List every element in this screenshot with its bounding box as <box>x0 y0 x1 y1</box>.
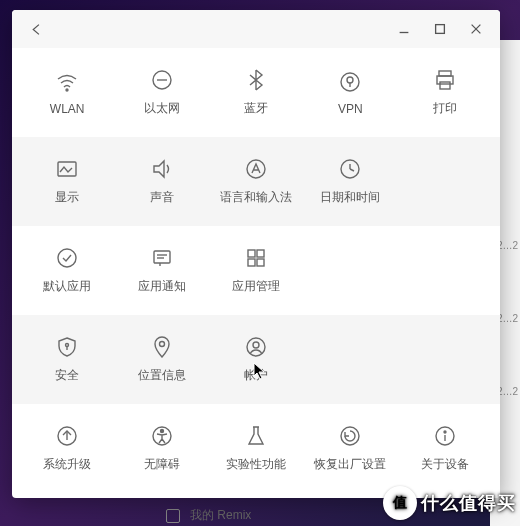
tile-label: 安全 <box>55 367 79 384</box>
tile-label: 声音 <box>150 189 174 206</box>
sound-icon <box>150 157 174 181</box>
svg-rect-26 <box>257 259 264 266</box>
tile-label: 恢复出厂设置 <box>314 456 386 473</box>
tile-label: 系统升级 <box>43 456 91 473</box>
account-icon <box>244 335 268 359</box>
tile-language-input[interactable]: 语言和输入法 <box>209 151 303 212</box>
tile-label: 应用通知 <box>138 278 186 295</box>
tile-vpn[interactable]: VPN <box>303 62 397 123</box>
svg-point-31 <box>253 342 259 348</box>
watermark-text: 什么值得买 <box>421 491 516 515</box>
section-network: WLAN 以太网 蓝牙 VPN 打印 <box>12 48 500 137</box>
notification-icon <box>150 246 174 270</box>
maximize-button[interactable] <box>426 15 454 43</box>
minimize-button[interactable] <box>390 15 418 43</box>
tile-app-management[interactable]: 应用管理 <box>209 240 303 301</box>
tile-default-apps[interactable]: 默认应用 <box>20 240 114 301</box>
display-icon <box>55 157 79 181</box>
tile-label: VPN <box>338 102 363 116</box>
tile-label: 以太网 <box>144 100 180 117</box>
svg-point-4 <box>66 89 68 91</box>
svg-rect-23 <box>248 250 255 257</box>
shield-icon <box>55 335 79 359</box>
svg-point-36 <box>341 427 359 445</box>
tile-label: 帐户 <box>244 367 268 384</box>
tile-display[interactable]: 显示 <box>20 151 114 212</box>
tile-account[interactable]: 帐户 <box>209 329 303 390</box>
bluetooth-icon <box>244 68 268 92</box>
svg-rect-1 <box>436 25 445 34</box>
svg-line-17 <box>350 169 354 171</box>
upgrade-icon <box>55 424 79 448</box>
accessibility-icon <box>150 424 174 448</box>
tile-label: 实验性功能 <box>226 456 286 473</box>
factory-reset-icon <box>338 424 362 448</box>
language-input-icon <box>244 157 268 181</box>
section-security: 安全 位置信息 帐户 <box>12 315 500 404</box>
tile-label: 关于设备 <box>421 456 469 473</box>
svg-rect-10 <box>439 71 451 76</box>
about-icon <box>433 424 457 448</box>
vpn-icon <box>338 70 362 94</box>
svg-point-38 <box>444 431 446 433</box>
location-icon <box>150 335 174 359</box>
svg-rect-12 <box>440 82 450 89</box>
svg-point-35 <box>160 430 163 433</box>
tile-bluetooth[interactable]: 蓝牙 <box>209 62 303 123</box>
tile-label: 语言和输入法 <box>220 189 292 206</box>
svg-point-7 <box>341 73 359 91</box>
tile-ethernet[interactable]: 以太网 <box>114 62 208 123</box>
tile-about[interactable]: 关于设备 <box>398 418 492 479</box>
tile-label: 应用管理 <box>232 278 280 295</box>
tile-experimental[interactable]: 实验性功能 <box>209 418 303 479</box>
tile-label: 默认应用 <box>43 278 91 295</box>
bottom-peek: 我的 Remix <box>166 507 251 524</box>
back-button[interactable] <box>22 15 50 43</box>
bg-item: 2…2 <box>497 240 518 251</box>
tile-print[interactable]: 打印 <box>398 62 492 123</box>
section-system: 系统升级 无障碍 实验性功能 恢复出厂设置 关于设备 <box>12 404 500 493</box>
titlebar <box>12 10 500 48</box>
tile-label: 位置信息 <box>138 367 186 384</box>
svg-point-8 <box>347 77 353 83</box>
tile-date-time[interactable]: 日期和时间 <box>303 151 397 212</box>
bottom-peek-label: 我的 Remix <box>190 507 251 524</box>
clock-icon <box>338 157 362 181</box>
tile-security[interactable]: 安全 <box>20 329 114 390</box>
tile-label: 显示 <box>55 189 79 206</box>
tile-label: 打印 <box>433 100 457 117</box>
tile-factory-reset[interactable]: 恢复出厂设置 <box>303 418 397 479</box>
tile-accessibility[interactable]: 无障碍 <box>114 418 208 479</box>
close-button[interactable] <box>462 15 490 43</box>
svg-rect-24 <box>257 250 264 257</box>
svg-point-18 <box>58 249 76 267</box>
print-icon <box>433 68 457 92</box>
svg-rect-19 <box>154 251 170 263</box>
bg-item: 2…2 <box>497 313 518 324</box>
watermark-badge: 值 <box>383 486 417 520</box>
svg-rect-13 <box>58 162 76 176</box>
tile-label: WLAN <box>50 102 85 116</box>
svg-point-27 <box>66 344 69 347</box>
tile-location[interactable]: 位置信息 <box>114 329 208 390</box>
section-display: 显示 声音 语言和输入法 日期和时间 <box>12 137 500 226</box>
tile-label: 蓝牙 <box>244 100 268 117</box>
wifi-icon <box>55 70 79 94</box>
check-circle-icon <box>55 246 79 270</box>
tile-system-upgrade[interactable]: 系统升级 <box>20 418 114 479</box>
tile-label: 日期和时间 <box>320 189 380 206</box>
settings-window: WLAN 以太网 蓝牙 VPN 打印 显示 <box>12 10 500 498</box>
apps-grid-icon <box>244 246 268 270</box>
section-apps: 默认应用 应用通知 应用管理 <box>12 226 500 315</box>
svg-point-29 <box>159 342 164 347</box>
tile-wlan[interactable]: WLAN <box>20 62 114 123</box>
bg-item: 2…2 <box>497 386 518 397</box>
tile-label: 无障碍 <box>144 456 180 473</box>
flask-icon <box>244 424 268 448</box>
settings-grid: WLAN 以太网 蓝牙 VPN 打印 显示 <box>12 48 500 498</box>
tile-app-notifications[interactable]: 应用通知 <box>114 240 208 301</box>
checkbox-icon[interactable] <box>166 509 180 523</box>
svg-rect-25 <box>248 259 255 266</box>
ethernet-icon <box>150 68 174 92</box>
tile-sound[interactable]: 声音 <box>114 151 208 212</box>
